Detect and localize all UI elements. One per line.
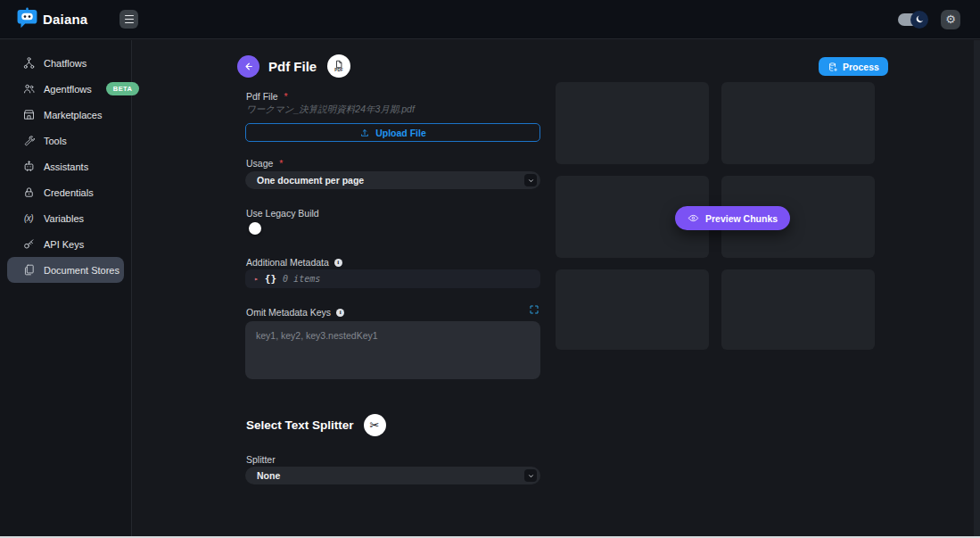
sidebar-item-label: Document Stores <box>44 265 119 276</box>
process-button-label: Process <box>843 62 879 72</box>
required-asterisk: * <box>279 158 283 169</box>
sidebar-item-assistants[interactable]: Assistants <box>7 153 124 179</box>
sidebar-item-label: Credentials <box>44 187 94 198</box>
preview-chunks-label: Preview Chunks <box>705 213 778 224</box>
users-icon <box>21 82 36 96</box>
sidebar-item-label: Variables <box>44 213 84 224</box>
storefront-icon <box>21 108 36 122</box>
brand-logo[interactable]: Daiana <box>16 6 87 32</box>
sidebar-item-marketplaces[interactable]: Marketplaces <box>7 102 124 128</box>
omit-keys-input[interactable] <box>245 321 540 379</box>
legacy-build-toggle[interactable] <box>249 222 261 235</box>
sidebar-item-label: Agentflows <box>44 84 92 95</box>
hierarchy-icon <box>21 56 36 70</box>
sidebar-item-credentials[interactable]: Credentials <box>7 179 124 205</box>
settings-button[interactable]: ⚙ <box>941 10 960 29</box>
sidebar-item-label: Assistants <box>44 161 88 172</box>
sidebar-item-api-keys[interactable]: API Keys <box>7 231 124 257</box>
text-splitter-section-header: Select Text Splitter ✂ <box>246 414 386 436</box>
sidebar-item-tools[interactable]: Tools <box>7 128 124 153</box>
lock-icon <box>21 186 36 200</box>
json-items-count: 0 items <box>283 274 320 284</box>
splitter-select[interactable]: None <box>245 467 540 484</box>
robot-chat-logo-icon <box>16 6 38 32</box>
splitter-field-label: Splitter <box>246 454 276 465</box>
beta-badge: BETA <box>106 82 139 95</box>
wrench-icon <box>21 134 36 148</box>
legacy-build-field-label: Use Legacy Build <box>246 208 319 219</box>
main-content: Pdf File PDF Process Pdf File* ワークマン_決算説… <box>133 40 980 538</box>
chunk-placeholder <box>721 82 875 164</box>
usage-field-label: Usage* <box>246 158 283 169</box>
upload-file-button[interactable]: Upload File <box>245 123 540 142</box>
vertical-scrollbar[interactable] <box>974 40 980 538</box>
selected-filename: ワークマン_決算説明資料24年3月期.pdf <box>246 103 415 116</box>
sidebar-item-chatflows[interactable]: Chatflows <box>7 50 124 76</box>
info-icon: i <box>334 259 342 267</box>
pdf-file-field-label: Pdf File* <box>246 91 288 102</box>
database-plus-icon <box>828 62 838 72</box>
upload-icon <box>359 128 370 138</box>
top-header: Daiana ⚙ <box>0 0 980 39</box>
metadata-json-editor[interactable]: ▸ {} 0 items <box>245 269 540 288</box>
usage-select[interactable]: One document per page <box>245 171 540 189</box>
required-asterisk: * <box>284 91 288 102</box>
additional-metadata-field-label: Additional Metadata i <box>246 257 342 268</box>
robot-icon <box>21 160 36 174</box>
sidebar-item-document-stores[interactable]: Document Stores <box>7 257 124 283</box>
sidebar-item-label: Chatflows <box>44 58 86 69</box>
sidebar-item-label: API Keys <box>44 239 84 250</box>
documents-icon <box>21 263 36 277</box>
sidebar-item-label: Marketplaces <box>44 110 102 120</box>
sidebar-toggle-button[interactable] <box>119 10 138 29</box>
expand-editor-button[interactable] <box>528 304 539 316</box>
sidebar-nav: Chatflows Agentflows BETA Marketplaces T… <box>0 40 132 538</box>
chevron-down-icon[interactable] <box>524 469 537 482</box>
config-form: Pdf File* ワークマン_決算説明資料24年3月期.pdf Upload … <box>245 40 540 513</box>
chevron-down-icon[interactable] <box>524 174 537 186</box>
splitter-select-value: None <box>257 470 280 481</box>
app-window: Daiana ⚙ Chatflows <box>0 0 980 538</box>
text-splitter-section-title: Select Text Splitter <box>246 418 354 432</box>
gear-icon: ⚙ <box>945 12 956 26</box>
sidebar-item-variables[interactable]: (x) Variables <box>7 205 124 231</box>
variables-icon: (x) <box>21 211 36 226</box>
key-icon <box>21 237 36 252</box>
brand-name: Daiana <box>43 12 87 27</box>
omit-keys-field-label: Omit Metadata Keys i <box>246 307 344 318</box>
expand-icon <box>529 304 539 315</box>
process-button[interactable]: Process <box>819 57 888 76</box>
scissors-icon: ✂ <box>364 414 386 436</box>
chunk-placeholder <box>721 269 875 350</box>
json-braces: {} <box>265 273 276 285</box>
eye-icon <box>688 212 699 224</box>
upload-file-label: Upload File <box>375 128 426 138</box>
chunk-placeholder <box>556 269 709 350</box>
header-actions: ⚙ <box>898 10 968 29</box>
chunk-placeholder <box>556 82 709 164</box>
info-icon: i <box>336 309 344 317</box>
moon-icon <box>910 11 928 29</box>
caret-right-icon[interactable]: ▸ <box>254 275 259 283</box>
sidebar-item-agentflows[interactable]: Agentflows BETA <box>7 76 124 102</box>
dark-mode-toggle[interactable] <box>898 13 928 26</box>
sidebar-item-label: Tools <box>44 136 67 146</box>
usage-select-value: One document per page <box>257 175 364 186</box>
preview-chunks-button[interactable]: Preview Chunks <box>675 206 790 230</box>
